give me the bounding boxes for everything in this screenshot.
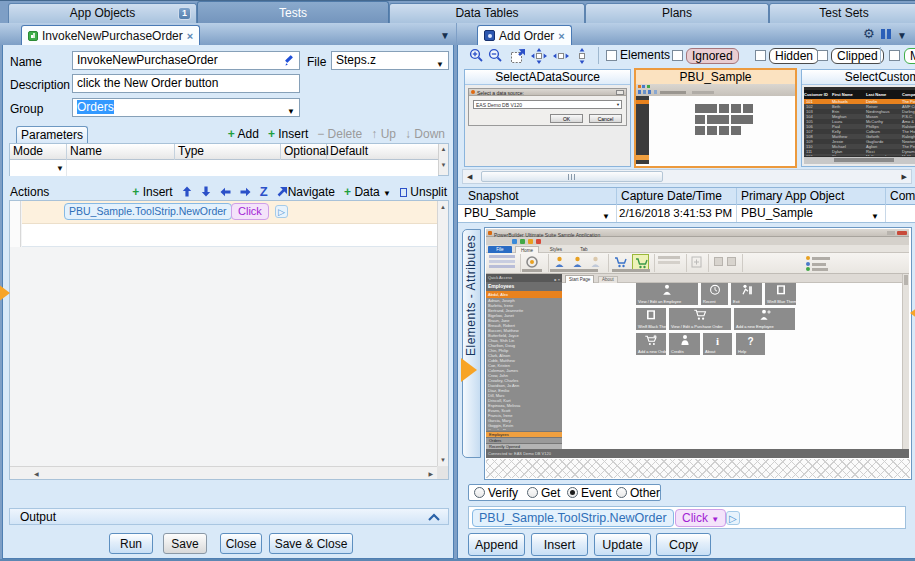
output-collapse-icon[interactable]: [428, 513, 440, 521]
description-input[interactable]: click the New Order button: [72, 74, 300, 93]
zoom-out-icon[interactable]: [488, 48, 503, 63]
param-toolbar-down[interactable]: ↓ Down: [405, 127, 445, 141]
col-snapshot[interactable]: Snapshot: [458, 188, 617, 205]
right-collapsed-panel-arrow[interactable]: [910, 301, 915, 325]
radio-get[interactable]: [527, 487, 538, 498]
snapshot-table-row[interactable]: PBU_Sample▼ 2/16/2018 3:41:53 PM PBU_Sam…: [458, 205, 915, 223]
save-and-close-button[interactable]: Save & Close: [269, 533, 353, 554]
scroll-down-icon[interactable]: ▼: [439, 162, 448, 168]
col-primary[interactable]: Primary App Object: [737, 188, 886, 205]
actions-unsplit[interactable]: Unsplit: [400, 185, 447, 199]
param-col-type[interactable]: Type: [175, 144, 281, 160]
elements-attributes-side-tab[interactable]: Elements - Attributes: [462, 229, 481, 458]
file-select[interactable]: Steps.z ▼: [331, 51, 449, 70]
actions-move-right[interactable]: [240, 185, 251, 199]
parameters-empty-row[interactable]: ▼: [10, 160, 438, 176]
radio-other[interactable]: [616, 487, 627, 498]
param-toolbar-up[interactable]: ↑ Up: [371, 127, 396, 141]
scroll-up-icon[interactable]: ▲: [439, 146, 448, 152]
builder-object-chip[interactable]: PBU_Sample.ToolStrip.NewOrder: [472, 509, 674, 527]
save-button[interactable]: Save: [163, 533, 207, 554]
left-collapsed-panel-arrow[interactable]: [0, 281, 10, 305]
scroll-left-icon[interactable]: ◀: [467, 173, 472, 181]
run-button[interactable]: Run: [109, 533, 153, 554]
checkbox-marked[interactable]: [889, 50, 900, 61]
param-toolbar-add[interactable]: + Add: [228, 127, 259, 141]
test-doc-close-icon[interactable]: ×: [187, 30, 193, 42]
parameters-grid-scrollbar[interactable]: ▲ ▼: [438, 144, 448, 175]
param-col-optional[interactable]: Optional: [281, 144, 327, 160]
group-select[interactable]: Orders ▼: [72, 98, 300, 117]
actions-navigate[interactable]: Navigate: [277, 185, 335, 199]
builder-copy-button[interactable]: Copy: [656, 533, 711, 556]
left-tab-list-dropdown-icon[interactable]: ▼: [440, 30, 450, 41]
radio-event[interactable]: [567, 487, 578, 498]
top-tab-data-tables[interactable]: Data Tables: [389, 3, 585, 23]
action-row[interactable]: PBU_Sample.ToolStrip.NewOrder Click ▷: [22, 201, 437, 224]
snapshot-document-tab[interactable]: Add Order ×: [477, 25, 572, 45]
cell-snapshot[interactable]: PBU_Sample▼: [458, 205, 617, 222]
checkbox-clipped[interactable]: [817, 50, 828, 61]
builder-update-button[interactable]: Update: [594, 533, 651, 556]
action-object-chip[interactable]: PBU_Sample.ToolStrip.NewOrder: [64, 203, 232, 220]
checkbox-hidden[interactable]: [755, 50, 766, 61]
action-empty-row[interactable]: [22, 224, 437, 247]
top-tab-tests[interactable]: Tests: [197, 1, 389, 23]
col-capture[interactable]: Capture Date/Time: [617, 188, 737, 205]
action-expand-icon[interactable]: ▷: [275, 205, 288, 218]
name-input[interactable]: InvokeNewPurchaseOrder: [72, 51, 300, 70]
param-col-default[interactable]: Default: [327, 144, 439, 160]
param-toolbar-insert[interactable]: + Insert: [268, 127, 308, 141]
zoom-in-icon[interactable]: [469, 48, 484, 63]
actions-insert[interactable]: + Insert: [132, 185, 172, 199]
scrollbar-thumb[interactable]: [481, 171, 663, 182]
radio-verify[interactable]: [474, 487, 485, 498]
snapshot-doc-close-icon[interactable]: ×: [558, 30, 564, 42]
actions-z[interactable]: Z: [260, 184, 268, 199]
checkbox-elements[interactable]: [606, 50, 617, 61]
col-comments[interactable]: Comments: [886, 188, 915, 205]
thumbnail-select-customer[interactable]: SelectCustomer Customer IDFirst NameLast…: [801, 69, 915, 167]
actions-move-down[interactable]: [201, 185, 211, 199]
snapshot-viewport[interactable]: PowerBuilder Ultimate Suite Sample Appli…: [484, 227, 912, 480]
test-document-tab[interactable]: InvokeNewPurchaseOrder ×: [21, 25, 200, 45]
thumbnails-scrollbar[interactable]: ◀ ▶: [462, 169, 912, 184]
scroll-left-icon[interactable]: ◀: [34, 470, 39, 477]
param-col-name[interactable]: Name: [67, 144, 175, 160]
param-col-mode[interactable]: Mode: [10, 144, 67, 160]
actions-vscrollbar[interactable]: ▲ ▼: [437, 201, 448, 466]
thumbnail-select-a-data-source[interactable]: SelectADataSource Select a data source: …: [464, 69, 631, 167]
top-tab-plans[interactable]: Plans: [585, 3, 769, 23]
scroll-right-icon[interactable]: ▶: [428, 470, 433, 477]
gear-icon[interactable]: ⚙: [863, 26, 875, 41]
actions-data-dropdown[interactable]: + Data ▼: [344, 185, 391, 199]
top-tab-test-sets[interactable]: Test Sets: [769, 3, 915, 23]
action-verb-chip[interactable]: Click: [231, 203, 269, 220]
thumbnail-pbu-sample[interactable]: PBU_Sample: [634, 68, 797, 168]
scroll-up-icon[interactable]: ▲: [438, 204, 448, 210]
columns-icon[interactable]: [881, 29, 885, 39]
edit-pencil-icon[interactable]: [284, 55, 296, 67]
cell-comments[interactable]: [886, 205, 915, 222]
expand-vertical-icon[interactable]: [574, 48, 590, 64]
builder-expand-icon[interactable]: ▷: [726, 511, 740, 525]
builder-action-chip[interactable]: Click ▼: [675, 509, 726, 527]
cell-capture[interactable]: 2/16/2018 3:41:53 PM: [617, 205, 737, 222]
scroll-down-icon[interactable]: ▼: [438, 457, 448, 463]
cell-primary[interactable]: PBU_Sample▼: [737, 205, 886, 222]
right-tab-list-dropdown-icon[interactable]: ▼: [897, 30, 907, 41]
actions-hscrollbar[interactable]: ◀ ▶: [10, 466, 437, 479]
parameters-tab[interactable]: Parameters: [16, 126, 88, 143]
expand-horizontal-icon[interactable]: [553, 48, 569, 64]
actions-move-up[interactable]: [182, 185, 192, 199]
fit-to-window-icon[interactable]: [510, 48, 526, 64]
mode-cell-dropdown-icon[interactable]: ▼: [56, 164, 64, 173]
checkbox-ignored[interactable]: [672, 50, 683, 61]
builder-insert-button[interactable]: Insert: [531, 533, 588, 556]
elements-panel-collapsed-arrow[interactable]: [461, 358, 477, 382]
expand-both-icon[interactable]: [531, 48, 547, 64]
param-toolbar-delete[interactable]: − Delete: [317, 127, 362, 141]
output-bar[interactable]: Output: [9, 508, 449, 525]
scroll-right-icon[interactable]: ▶: [902, 173, 907, 181]
close-button[interactable]: Close: [220, 533, 262, 554]
